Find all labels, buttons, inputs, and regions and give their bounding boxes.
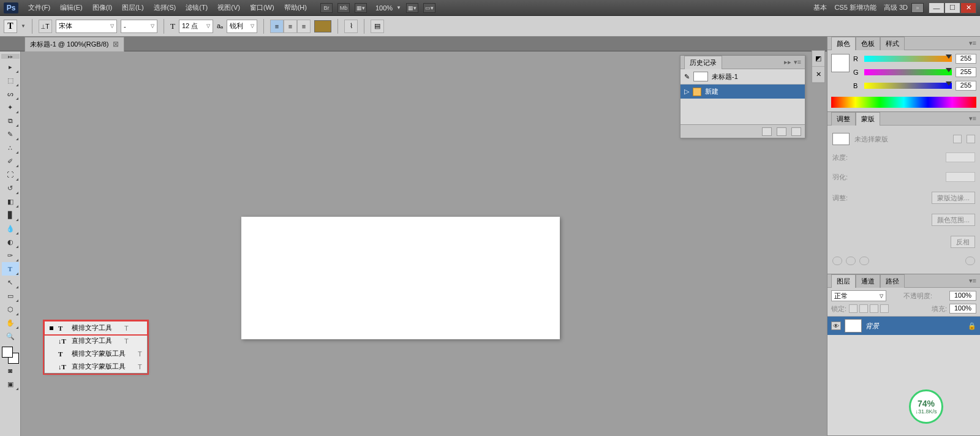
color-spectrum[interactable] — [831, 97, 976, 108]
lock-image-icon[interactable] — [859, 304, 868, 313]
panel-menu-icon[interactable]: ▾≡ — [969, 277, 976, 285]
workspace-more-icon[interactable]: » — [911, 3, 924, 13]
type-tool[interactable]: T — [2, 262, 19, 276]
menu-filter[interactable]: 滤镜(T) — [181, 1, 213, 15]
workspace-3d[interactable]: 高级 3D — [880, 2, 911, 13]
mask-apply-icon[interactable] — [846, 257, 856, 265]
marquee-tool[interactable]: ⬚ — [2, 73, 19, 87]
quick-mask-button[interactable]: ◙ — [2, 364, 19, 377]
blur-tool[interactable]: 💧 — [2, 222, 19, 235]
download-speed-widget[interactable]: 74% ↓31.8K/s — [909, 389, 943, 424]
zoom-level[interactable]: 100% — [372, 3, 396, 13]
lock-all-icon[interactable] — [880, 304, 889, 313]
clone-stamp-tool[interactable]: ⛶ — [2, 168, 19, 181]
warp-text-button[interactable]: ⌇ — [344, 20, 358, 33]
mask-from-selection-icon[interactable] — [832, 257, 842, 265]
swatches-tab[interactable]: 色板 — [856, 37, 880, 50]
layer-visibility-icon[interactable]: 👁 — [831, 321, 841, 330]
layers-tab[interactable]: 图层 — [831, 274, 856, 288]
document-canvas[interactable] — [241, 217, 560, 339]
move-tool[interactable]: ▸ — [2, 60, 19, 73]
window-maximize-button[interactable]: ☐ — [944, 2, 960, 13]
font-style-select[interactable]: -▽ — [121, 20, 157, 33]
mask-delete-icon[interactable] — [965, 257, 975, 265]
color-preview-swatch[interactable] — [831, 54, 850, 72]
lock-transparent-icon[interactable] — [849, 304, 858, 313]
menu-select[interactable]: 选择(S) — [149, 1, 181, 15]
menu-edit[interactable]: 编辑(E) — [55, 1, 88, 15]
current-tool-indicator[interactable]: T — [4, 20, 17, 33]
blend-mode-select[interactable]: 正常▽ — [831, 290, 886, 301]
color-wells[interactable] — [2, 347, 19, 364]
document-tab-close-icon[interactable]: ⊠ — [113, 40, 119, 48]
history-brush-tool[interactable]: ↺ — [2, 181, 19, 195]
flyout-vertical-type[interactable]: ↓T 直排文字工具 T — [45, 334, 147, 347]
menu-window[interactable]: 窗口(W) — [245, 1, 279, 15]
invert-button[interactable]: 反相 — [951, 236, 975, 248]
adjustments-tab[interactable]: 调整 — [831, 112, 856, 126]
flyout-horizontal-type[interactable]: T 横排文字工具 T — [45, 321, 147, 334]
menu-file[interactable]: 文件(F) — [23, 1, 55, 15]
hand-tool[interactable]: ✋ — [2, 316, 19, 329]
minibridge-icon[interactable]: Mb — [337, 3, 350, 13]
paths-tab[interactable]: 路径 — [880, 274, 905, 288]
align-left-button[interactable]: ≡ — [270, 20, 284, 33]
history-brush-source-icon[interactable]: ✎ — [684, 73, 690, 81]
menu-help[interactable]: 帮助(H) — [279, 1, 312, 15]
menu-image[interactable]: 图像(I) — [88, 1, 117, 15]
opacity-input[interactable]: 100% — [949, 291, 976, 301]
character-panel-button[interactable]: ▤ — [371, 20, 384, 33]
lock-position-icon[interactable] — [870, 304, 878, 313]
toolbox-expand-button[interactable]: ▸▸ — [1, 54, 20, 59]
menu-layer[interactable]: 图层(L) — [117, 1, 148, 15]
mask-disable-icon[interactable] — [859, 257, 869, 265]
history-new-snapshot-icon[interactable] — [777, 127, 786, 136]
view-extras-icon[interactable]: ▦▾ — [355, 3, 367, 13]
history-snapshot-row[interactable]: ✎ 未标题-1 — [680, 69, 805, 85]
r-slider[interactable] — [864, 56, 952, 62]
styles-tab[interactable]: 样式 — [880, 37, 905, 50]
color-range-button[interactable]: 颜色范围... — [932, 214, 975, 226]
text-color-swatch[interactable] — [314, 20, 331, 32]
antialias-select[interactable]: 锐利▽ — [227, 20, 257, 33]
panel-menu-icon[interactable]: ▾≡ — [969, 115, 976, 122]
history-new-doc-icon[interactable] — [762, 127, 772, 136]
healing-brush-tool[interactable]: ⛬ — [2, 141, 19, 154]
font-size-select[interactable]: 12 点▽ — [179, 20, 213, 33]
collapsed-panel-icon-1[interactable]: ◩ — [812, 51, 824, 67]
fill-input[interactable]: 100% — [949, 304, 976, 314]
layer-thumbnail[interactable] — [845, 319, 862, 333]
screen-mode-tool[interactable]: ▣ — [2, 377, 19, 391]
align-center-button[interactable]: ≡ — [284, 20, 297, 33]
history-panel-tab[interactable]: 历史记录 — [684, 56, 722, 69]
bridge-icon[interactable]: Br — [320, 3, 333, 13]
window-close-button[interactable]: ✕ — [960, 2, 976, 13]
history-delete-icon[interactable] — [791, 127, 801, 136]
arrange-docs-icon[interactable]: ▦▾ — [406, 3, 418, 13]
document-tab[interactable]: 未标题-1 @ 100%(RGB/8) ⊠ — [24, 37, 124, 51]
add-vector-mask-button[interactable] — [967, 135, 975, 143]
font-family-select[interactable]: 宋体▽ — [56, 20, 117, 33]
brush-tool[interactable]: ✐ — [2, 154, 19, 168]
magic-wand-tool[interactable]: ✦ — [2, 100, 19, 114]
align-right-button[interactable]: ≡ — [297, 20, 311, 33]
mask-edge-button[interactable]: 蒙版边缘... — [932, 192, 975, 204]
menu-view[interactable]: 视图(V) — [213, 1, 245, 15]
lasso-tool[interactable]: ᔕ — [2, 87, 19, 100]
history-step-row[interactable]: ▷ 新建 — [680, 85, 805, 99]
eyedropper-tool[interactable]: ✎ — [2, 127, 19, 141]
masks-tab[interactable]: 蒙版 — [856, 112, 880, 126]
workspace-basic[interactable]: 基本 — [810, 2, 831, 13]
path-selection-tool[interactable]: ↖ — [2, 276, 19, 289]
layer-row[interactable]: 👁 背景 🔒 — [827, 317, 980, 335]
window-minimize-button[interactable]: — — [929, 2, 944, 13]
b-value-input[interactable]: 255 — [956, 81, 976, 91]
dodge-tool[interactable]: ◐ — [2, 235, 19, 249]
g-value-input[interactable]: 255 — [956, 67, 976, 77]
text-orientation-button[interactable]: ⟂T — [39, 20, 52, 33]
panel-menu-icon[interactable]: ▾≡ — [794, 58, 801, 66]
workspace-cs5new[interactable]: CS5 新增功能 — [831, 2, 880, 13]
3d-tool[interactable]: ⬡ — [2, 303, 19, 316]
collapsed-panel-icon-2[interactable]: ✕ — [812, 67, 824, 83]
density-input[interactable] — [946, 152, 975, 162]
